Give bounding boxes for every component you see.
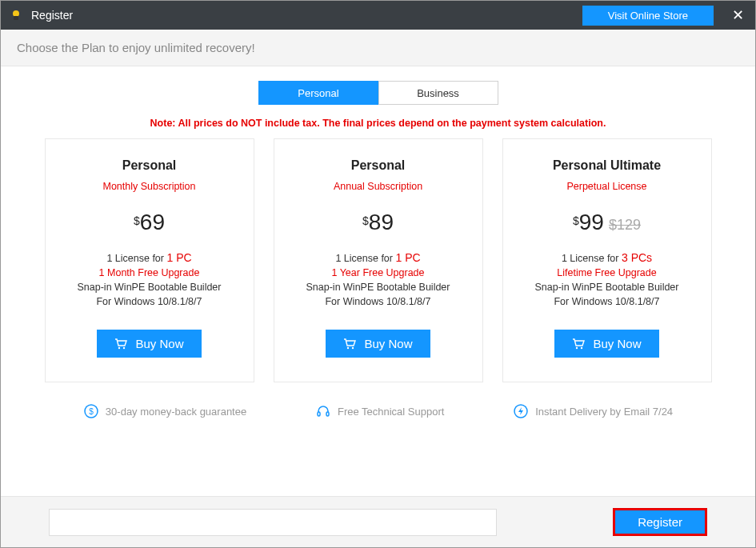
cart-icon: [114, 338, 127, 350]
svg-point-3: [123, 346, 125, 348]
feature-winpe: Snap-in WinPE Bootable Builder: [511, 282, 703, 293]
titlebar: Register Visit Online Store ✕: [1, 1, 755, 30]
feature-os: For Windows 10/8.1/8/7: [282, 296, 474, 307]
window-title: Register: [31, 9, 73, 22]
plan-subtype: Annual Subscription: [282, 181, 474, 192]
plan-card-ultimate: Personal Ultimate Perpetual License $99$…: [502, 138, 712, 382]
close-icon[interactable]: ✕: [728, 6, 747, 24]
plan-card-annual: Personal Annual Subscription $89 1 Licen…: [274, 138, 483, 382]
plan-tabs: Personal Business: [1, 81, 755, 105]
license-line: 1 License for 3 PCs: [511, 251, 703, 264]
delivery-guarantee: Instant Delivery by Email 7/24: [513, 403, 673, 419]
buy-label: Buy Now: [593, 337, 641, 350]
license-highlight: 1 PC: [166, 251, 191, 264]
buy-label: Buy Now: [364, 337, 412, 350]
license-key-input[interactable]: [49, 509, 497, 536]
plan-price: $99$129: [511, 210, 703, 235]
license-line: 1 License for 1 PC: [282, 251, 474, 264]
plan-price: $69: [54, 210, 246, 235]
price-amount: 69: [140, 210, 165, 234]
plan-subtype: Monthly Subscription: [54, 181, 246, 192]
currency-symbol: $: [573, 214, 579, 227]
feature-os: For Windows 10/8.1/8/7: [511, 296, 703, 307]
svg-point-2: [118, 346, 120, 348]
feature-os: For Windows 10/8.1/8/7: [54, 296, 246, 307]
buy-label: Buy Now: [135, 337, 183, 350]
moneyback-icon: $: [83, 403, 99, 419]
upgrade-line: 1 Month Free Upgrade: [54, 267, 246, 278]
main-content: Personal Business Note: All prices do NO…: [1, 66, 755, 496]
upgrade-line: Lifetime Free Upgrade: [511, 267, 703, 278]
price-amount: 99: [579, 210, 604, 234]
subheader-text: Choose the Plan to enjoy unlimited recov…: [1, 30, 755, 66]
svg-rect-11: [326, 412, 329, 416]
svg-rect-1: [14, 16, 18, 20]
tax-note: Note: All prices do NOT include tax. The…: [1, 118, 755, 129]
feature-winpe: Snap-in WinPE Bootable Builder: [54, 282, 246, 293]
plan-subtype: Perpetual License: [511, 181, 703, 192]
tab-personal[interactable]: Personal: [258, 81, 378, 105]
buy-now-button[interactable]: Buy Now: [97, 330, 201, 358]
svg-point-6: [576, 346, 578, 348]
delivery-text: Instant Delivery by Email 7/24: [535, 406, 673, 418]
visit-store-button[interactable]: Visit Online Store: [582, 6, 714, 26]
license-highlight: 1 PC: [395, 251, 420, 264]
plan-name: Personal Ultimate: [511, 158, 703, 173]
headset-icon: [315, 403, 331, 419]
license-line: 1 License for 1 PC: [54, 251, 246, 264]
feature-winpe: Snap-in WinPE Bootable Builder: [282, 282, 474, 293]
buy-now-button[interactable]: Buy Now: [326, 330, 430, 358]
cart-icon: [343, 338, 356, 350]
currency-symbol: $: [362, 214, 369, 227]
price-amount: 89: [369, 210, 394, 234]
plan-card-monthly: Personal Monthly Subscription $69 1 Lice…: [45, 138, 254, 382]
plan-name: Personal: [54, 158, 246, 173]
svg-point-5: [352, 346, 354, 348]
bolt-icon: [513, 403, 529, 419]
svg-point-7: [581, 346, 582, 348]
buy-now-button[interactable]: Buy Now: [554, 330, 658, 358]
register-button[interactable]: Register: [613, 508, 707, 536]
upgrade-line: 1 Year Free Upgrade: [282, 267, 474, 278]
support-guarantee: Free Technical Support: [315, 403, 444, 419]
currency-symbol: $: [134, 214, 140, 227]
pricing-cards: Personal Monthly Subscription $69 1 Lice…: [1, 138, 755, 382]
old-price: $129: [609, 217, 641, 233]
plan-name: Personal: [282, 158, 474, 173]
svg-text:$: $: [89, 407, 94, 416]
cart-icon: [572, 338, 585, 350]
guarantee-row: $ 30-day money-back guarantee Free Techn…: [1, 382, 755, 419]
footer-bar: Register: [1, 496, 755, 547]
app-icon: [9, 8, 23, 22]
moneyback-text: 30-day money-back guarantee: [106, 406, 246, 418]
svg-point-0: [13, 10, 19, 17]
plan-price: $89: [282, 210, 474, 235]
license-highlight: 3 PCs: [622, 251, 652, 264]
svg-point-4: [347, 346, 349, 348]
moneyback-guarantee: $ 30-day money-back guarantee: [83, 403, 246, 419]
support-text: Free Technical Support: [338, 406, 444, 418]
svg-rect-10: [318, 412, 320, 416]
tab-business[interactable]: Business: [378, 81, 498, 105]
